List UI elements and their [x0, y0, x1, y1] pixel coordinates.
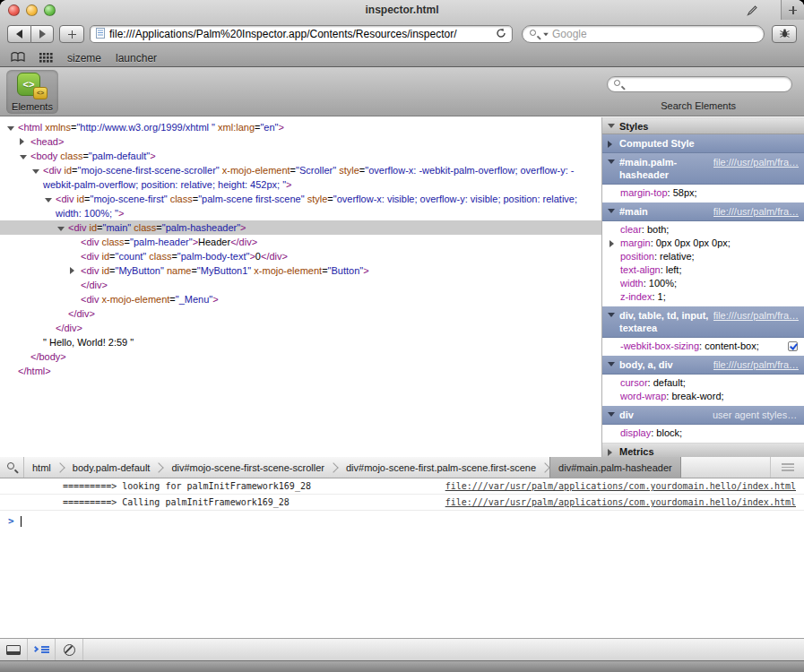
triangle-down-icon[interactable] [32, 163, 43, 177]
style-section-header[interactable]: divuser agent stylesheet [602, 406, 804, 425]
style-section-selector: div, table, td, input, textarea [619, 309, 710, 334]
report-bug-button[interactable] [772, 25, 797, 43]
new-tab-button[interactable] [781, 0, 804, 20]
tree-token: <div [81, 237, 102, 247]
computed-style-section-header[interactable]: Computed Style [602, 134, 804, 153]
css-property-row[interactable]: cursor: default; [602, 376, 804, 390]
forward-button[interactable] [30, 25, 54, 43]
triangle-down-icon[interactable] [45, 192, 56, 206]
inspector-search-field[interactable] [607, 76, 792, 92]
triangle-down-icon[interactable] [20, 149, 30, 163]
tree-row[interactable]: <html xmlns="http://www.w3.org/1999/xhtm… [0, 120, 601, 134]
triangle-down-icon [608, 159, 615, 164]
css-property-row[interactable]: margin-top: 58px; [602, 186, 804, 200]
tree-token: id [90, 222, 98, 233]
zoom-window-button[interactable] [44, 4, 56, 16]
hamburger-menu-icon[interactable] [770, 457, 804, 478]
tree-row[interactable]: <div id="MyButton" name="MyButton1" x-mo… [0, 263, 601, 278]
breadcrumb-item[interactable]: body.palm-default [65, 457, 159, 478]
add-bookmark-button[interactable] [59, 25, 84, 43]
stylesheet-link[interactable]: file:///usr/palm/fra… [713, 156, 799, 168]
tree-row[interactable]: </div> [0, 321, 601, 335]
plus-icon [789, 6, 797, 14]
triangle-right-icon[interactable] [70, 263, 81, 278]
title-bar[interactable]: inspector.html [0, 0, 804, 20]
triangle-down-icon[interactable] [7, 120, 18, 134]
elements-panel-button[interactable]: <> <> Elements [6, 70, 58, 114]
triangle-down-icon [608, 412, 615, 417]
css-property-row[interactable]: position: relative; [602, 250, 804, 263]
tree-row[interactable]: <div id="mojo-scene-first" class="palm-s… [0, 192, 601, 220]
tree-token: </body> [30, 351, 66, 362]
triangle-down-icon[interactable] [57, 220, 68, 235]
css-property-row[interactable]: width: 100%; [602, 277, 804, 290]
tree-token: "palm-body-text" [177, 251, 250, 262]
tree-row[interactable]: " Hello, World! 2:59 " [0, 335, 601, 349]
console-message-source-link[interactable]: file:///var/usr/palm/applications/com.yo… [445, 497, 796, 507]
style-section-header[interactable]: body, a, divfile:///usr/palm/fra… [602, 356, 804, 375]
tree-token: </div> [230, 237, 257, 247]
breadcrumb-item[interactable]: div#main.palm-hasheader [549, 457, 681, 478]
css-property-row[interactable]: z-index: 1; [602, 290, 804, 304]
search-engine-dropdown-icon[interactable] [543, 32, 549, 36]
stylesheet-link[interactable]: file:///usr/palm/fra… [713, 358, 799, 371]
url-text[interactable]: file:///Applications/Palm%20Inspector.ap… [109, 28, 491, 40]
tree-row[interactable]: <head> [0, 134, 601, 149]
tree-token: </html> [18, 366, 51, 376]
metrics-pane-header[interactable]: Metrics [602, 443, 804, 457]
stylesheet-link[interactable]: file:///usr/palm/fra… [713, 205, 799, 218]
toggle-console-button[interactable] [28, 639, 56, 660]
tree-token: <div [81, 251, 102, 262]
css-property-row[interactable]: display: block; [602, 426, 804, 440]
bookmarks-book-icon[interactable] [11, 50, 25, 66]
triangle-right-icon[interactable] [20, 134, 30, 149]
css-property-row[interactable]: word-wrap: break-word; [602, 390, 804, 403]
stylesheet-link[interactable]: file:///usr/palm/fra… [713, 309, 799, 322]
tree-row[interactable]: <body class="palm-default"> [0, 149, 601, 163]
tree-row[interactable]: <div id="main" class="palm-hasheader"> [0, 220, 601, 235]
node-search-button[interactable] [0, 457, 24, 478]
bookmarks-bar: sizeme launcher [0, 49, 804, 67]
style-section-header[interactable]: #mainfile:///usr/palm/fra… [602, 202, 804, 221]
web-search-field[interactable]: Google [522, 25, 765, 43]
css-property-row[interactable]: margin: 0px 0px 0px 0px; [602, 237, 804, 250]
breadcrumb-item[interactable]: div#mojo-scene-first-scene-scroller [163, 457, 333, 478]
top-sites-grid-icon[interactable] [39, 50, 53, 66]
dock-inspector-button[interactable] [0, 639, 28, 660]
tree-row[interactable]: <div x-mojo-element="_Menu"> [0, 292, 601, 306]
close-window-button[interactable] [8, 4, 20, 16]
css-property-row[interactable]: clear: both; [602, 223, 804, 237]
tree-row[interactable]: <div class="palm-header">Header</div> [0, 235, 601, 249]
bookmark-item-sizeme[interactable]: sizeme [67, 52, 101, 65]
tree-row[interactable]: <div id="mojo-scene-first-scene-scroller… [0, 163, 601, 192]
css-property-row[interactable]: text-align: left; [602, 263, 804, 277]
css-property-row[interactable]: -webkit-box-sizing: content-box; [602, 340, 804, 353]
tree-token: class [102, 237, 125, 247]
tree-row[interactable]: </div> [0, 306, 601, 321]
tree-row[interactable]: </html> [0, 364, 601, 378]
style-section-header[interactable]: div, table, td, input, textareafile:///u… [602, 306, 804, 338]
css-property-name: text-align [620, 264, 661, 275]
search-icon [614, 80, 624, 90]
address-bar[interactable]: file:///Applications/Palm%20Inspector.ap… [90, 25, 513, 43]
triangle-right-icon [608, 449, 612, 456]
console-message-source-link[interactable]: file:///var/usr/palm/applications/com.yo… [445, 481, 796, 491]
minimize-window-button[interactable] [26, 4, 38, 16]
tree-token: "MyButton1" [197, 265, 251, 276]
bookmark-item-launcher[interactable]: launcher [116, 52, 157, 65]
tree-row[interactable]: </body> [0, 349, 601, 364]
console-prompt-row[interactable]: > [0, 511, 804, 531]
reload-icon[interactable] [496, 26, 506, 42]
tree-row[interactable]: </div> [0, 278, 601, 292]
clear-console-button[interactable] [56, 639, 83, 660]
breadcrumb-item[interactable]: div#mojo-scene-first.palm-scene.first-sc… [338, 457, 544, 478]
styles-pane-header[interactable]: Styles [602, 117, 804, 134]
property-enabled-checkbox[interactable] [788, 341, 798, 351]
tree-row[interactable]: <div id="count" class="palm-body-text">0… [0, 249, 601, 263]
triangle-down-icon [608, 209, 615, 213]
tree-token: </div> [68, 308, 95, 319]
tree-token: id [102, 265, 110, 276]
back-button[interactable] [7, 25, 30, 43]
style-section-header[interactable]: #main.palm-hasheaderfile:///usr/palm/fra… [602, 153, 804, 185]
triangle-right-icon[interactable] [609, 240, 614, 247]
